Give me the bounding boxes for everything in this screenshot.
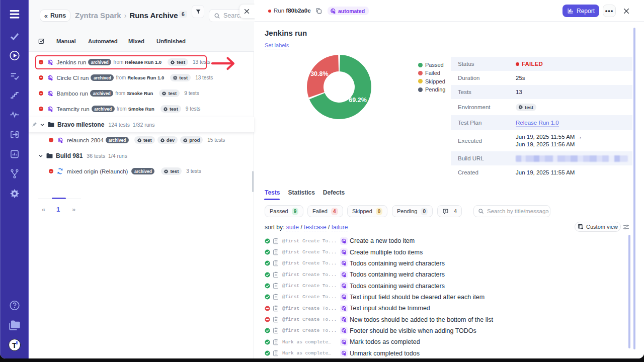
svg-text:69.2%: 69.2% <box>349 97 366 104</box>
svg-text:30.8%: 30.8% <box>310 70 328 77</box>
